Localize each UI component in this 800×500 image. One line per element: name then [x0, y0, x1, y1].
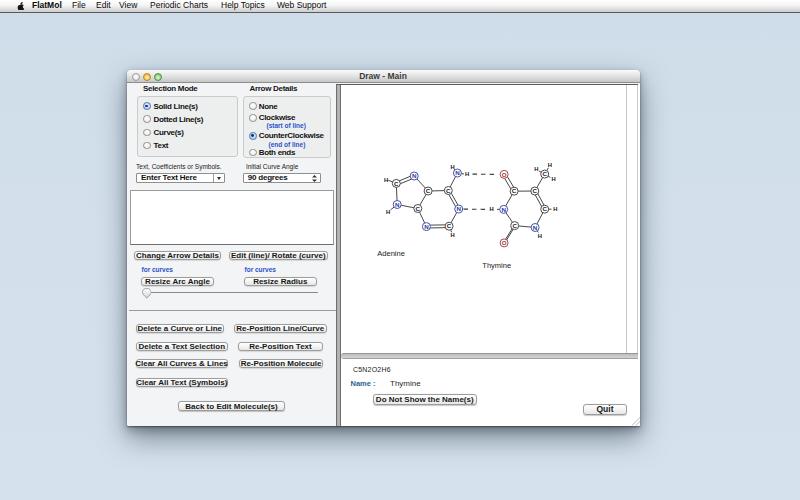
- svg-text:Thymine: Thymine: [482, 261, 511, 270]
- svg-text:O: O: [501, 239, 506, 246]
- svg-text:H: H: [465, 171, 469, 177]
- svg-text:N: N: [455, 169, 460, 176]
- svg-text:C: C: [512, 222, 517, 229]
- svg-text:N: N: [394, 201, 399, 208]
- svg-text:C: C: [542, 205, 547, 212]
- svg-text:H: H: [547, 162, 551, 168]
- svg-text:C: C: [446, 222, 451, 229]
- svg-text:H: H: [537, 233, 541, 239]
- svg-text:N: N: [424, 223, 429, 230]
- svg-text:H: H: [534, 166, 538, 172]
- svg-text:H: H: [383, 177, 387, 183]
- svg-text:H: H: [450, 232, 454, 238]
- svg-text:N: N: [532, 224, 537, 231]
- svg-text:O: O: [501, 171, 506, 178]
- svg-text:H: H: [553, 206, 557, 212]
- svg-text:N: N: [501, 206, 506, 213]
- svg-text:N: N: [411, 172, 416, 179]
- svg-text:Adenine: Adenine: [377, 249, 405, 258]
- svg-text:H: H: [551, 176, 555, 182]
- svg-text:N: N: [456, 205, 461, 212]
- svg-text:H: H: [450, 164, 454, 170]
- svg-text:C: C: [511, 187, 516, 194]
- svg-text:C: C: [425, 187, 430, 194]
- svg-text:C: C: [446, 187, 451, 194]
- svg-text:C: C: [542, 170, 547, 177]
- svg-text:H: H: [489, 206, 493, 212]
- svg-text:C: C: [415, 205, 420, 212]
- svg-text:C: C: [394, 180, 399, 187]
- svg-text:H: H: [385, 209, 389, 215]
- svg-text:C: C: [532, 187, 537, 194]
